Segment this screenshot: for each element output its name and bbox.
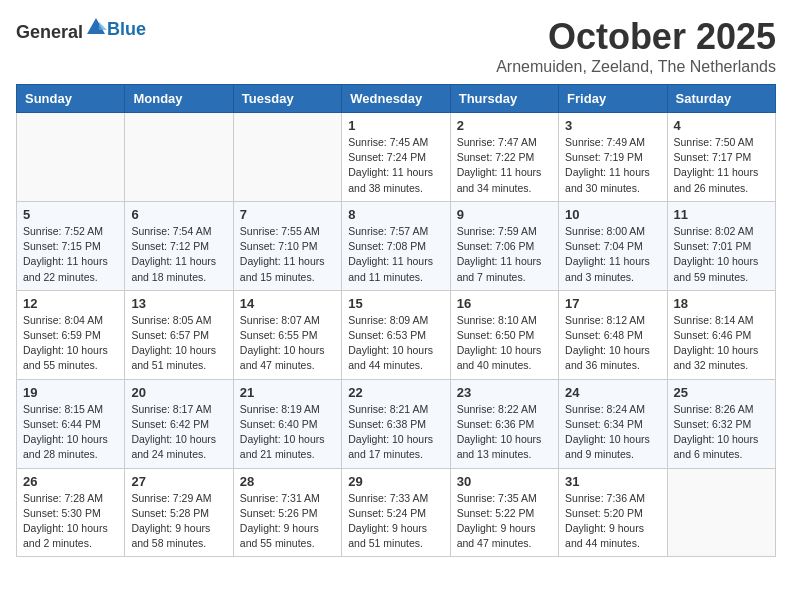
- day-info: Sunrise: 8:14 AM Sunset: 6:46 PM Dayligh…: [674, 313, 769, 374]
- day-number: 12: [23, 296, 118, 311]
- calendar-cell: 21Sunrise: 8:19 AM Sunset: 6:40 PM Dayli…: [233, 379, 341, 468]
- calendar-cell: 22Sunrise: 8:21 AM Sunset: 6:38 PM Dayli…: [342, 379, 450, 468]
- calendar-cell: 15Sunrise: 8:09 AM Sunset: 6:53 PM Dayli…: [342, 290, 450, 379]
- day-number: 14: [240, 296, 335, 311]
- calendar-cell: 23Sunrise: 8:22 AM Sunset: 6:36 PM Dayli…: [450, 379, 558, 468]
- day-info: Sunrise: 8:26 AM Sunset: 6:32 PM Dayligh…: [674, 402, 769, 463]
- calendar-cell: 25Sunrise: 8:26 AM Sunset: 6:32 PM Dayli…: [667, 379, 775, 468]
- day-info: Sunrise: 7:35 AM Sunset: 5:22 PM Dayligh…: [457, 491, 552, 552]
- day-number: 17: [565, 296, 660, 311]
- calendar-cell: [17, 113, 125, 202]
- day-number: 9: [457, 207, 552, 222]
- day-info: Sunrise: 7:55 AM Sunset: 7:10 PM Dayligh…: [240, 224, 335, 285]
- day-number: 15: [348, 296, 443, 311]
- day-number: 26: [23, 474, 118, 489]
- day-number: 28: [240, 474, 335, 489]
- calendar-cell: 12Sunrise: 8:04 AM Sunset: 6:59 PM Dayli…: [17, 290, 125, 379]
- calendar-week-row: 26Sunrise: 7:28 AM Sunset: 5:30 PM Dayli…: [17, 468, 776, 557]
- weekday-header: Friday: [559, 85, 667, 113]
- day-number: 8: [348, 207, 443, 222]
- day-number: 22: [348, 385, 443, 400]
- day-number: 3: [565, 118, 660, 133]
- calendar-cell: 8Sunrise: 7:57 AM Sunset: 7:08 PM Daylig…: [342, 201, 450, 290]
- calendar-cell: 24Sunrise: 8:24 AM Sunset: 6:34 PM Dayli…: [559, 379, 667, 468]
- day-info: Sunrise: 8:19 AM Sunset: 6:40 PM Dayligh…: [240, 402, 335, 463]
- weekday-header: Sunday: [17, 85, 125, 113]
- location-title: Arnemuiden, Zeeland, The Netherlands: [496, 58, 776, 76]
- day-info: Sunrise: 8:09 AM Sunset: 6:53 PM Dayligh…: [348, 313, 443, 374]
- calendar-week-row: 19Sunrise: 8:15 AM Sunset: 6:44 PM Dayli…: [17, 379, 776, 468]
- calendar-cell: 26Sunrise: 7:28 AM Sunset: 5:30 PM Dayli…: [17, 468, 125, 557]
- day-number: 10: [565, 207, 660, 222]
- calendar-cell: 2Sunrise: 7:47 AM Sunset: 7:22 PM Daylig…: [450, 113, 558, 202]
- day-info: Sunrise: 7:31 AM Sunset: 5:26 PM Dayligh…: [240, 491, 335, 552]
- calendar-cell: 19Sunrise: 8:15 AM Sunset: 6:44 PM Dayli…: [17, 379, 125, 468]
- day-info: Sunrise: 7:36 AM Sunset: 5:20 PM Dayligh…: [565, 491, 660, 552]
- weekday-header: Tuesday: [233, 85, 341, 113]
- day-info: Sunrise: 8:05 AM Sunset: 6:57 PM Dayligh…: [131, 313, 226, 374]
- day-number: 4: [674, 118, 769, 133]
- day-info: Sunrise: 8:21 AM Sunset: 6:38 PM Dayligh…: [348, 402, 443, 463]
- day-number: 11: [674, 207, 769, 222]
- day-number: 7: [240, 207, 335, 222]
- day-info: Sunrise: 7:33 AM Sunset: 5:24 PM Dayligh…: [348, 491, 443, 552]
- day-number: 27: [131, 474, 226, 489]
- day-number: 31: [565, 474, 660, 489]
- calendar-cell: 17Sunrise: 8:12 AM Sunset: 6:48 PM Dayli…: [559, 290, 667, 379]
- day-number: 13: [131, 296, 226, 311]
- month-title: October 2025: [496, 16, 776, 58]
- weekday-header: Thursday: [450, 85, 558, 113]
- day-number: 6: [131, 207, 226, 222]
- day-info: Sunrise: 8:12 AM Sunset: 6:48 PM Dayligh…: [565, 313, 660, 374]
- calendar-week-row: 5Sunrise: 7:52 AM Sunset: 7:15 PM Daylig…: [17, 201, 776, 290]
- calendar-cell: 14Sunrise: 8:07 AM Sunset: 6:55 PM Dayli…: [233, 290, 341, 379]
- day-number: 16: [457, 296, 552, 311]
- day-number: 20: [131, 385, 226, 400]
- day-info: Sunrise: 7:52 AM Sunset: 7:15 PM Dayligh…: [23, 224, 118, 285]
- day-info: Sunrise: 7:59 AM Sunset: 7:06 PM Dayligh…: [457, 224, 552, 285]
- day-info: Sunrise: 7:45 AM Sunset: 7:24 PM Dayligh…: [348, 135, 443, 196]
- calendar-cell: 1Sunrise: 7:45 AM Sunset: 7:24 PM Daylig…: [342, 113, 450, 202]
- day-info: Sunrise: 8:17 AM Sunset: 6:42 PM Dayligh…: [131, 402, 226, 463]
- calendar-cell: 3Sunrise: 7:49 AM Sunset: 7:19 PM Daylig…: [559, 113, 667, 202]
- calendar-cell: 6Sunrise: 7:54 AM Sunset: 7:12 PM Daylig…: [125, 201, 233, 290]
- day-info: Sunrise: 8:24 AM Sunset: 6:34 PM Dayligh…: [565, 402, 660, 463]
- calendar-cell: 20Sunrise: 8:17 AM Sunset: 6:42 PM Dayli…: [125, 379, 233, 468]
- day-info: Sunrise: 8:15 AM Sunset: 6:44 PM Dayligh…: [23, 402, 118, 463]
- day-info: Sunrise: 7:57 AM Sunset: 7:08 PM Dayligh…: [348, 224, 443, 285]
- calendar-cell: 9Sunrise: 7:59 AM Sunset: 7:06 PM Daylig…: [450, 201, 558, 290]
- title-area: October 2025 Arnemuiden, Zeeland, The Ne…: [496, 16, 776, 76]
- day-number: 23: [457, 385, 552, 400]
- calendar-cell: [667, 468, 775, 557]
- calendar-cell: 29Sunrise: 7:33 AM Sunset: 5:24 PM Dayli…: [342, 468, 450, 557]
- day-info: Sunrise: 8:07 AM Sunset: 6:55 PM Dayligh…: [240, 313, 335, 374]
- logo-blue: Blue: [107, 19, 146, 39]
- day-info: Sunrise: 7:49 AM Sunset: 7:19 PM Dayligh…: [565, 135, 660, 196]
- logo-general: General: [16, 22, 83, 42]
- calendar-cell: 11Sunrise: 8:02 AM Sunset: 7:01 PM Dayli…: [667, 201, 775, 290]
- calendar-cell: 13Sunrise: 8:05 AM Sunset: 6:57 PM Dayli…: [125, 290, 233, 379]
- calendar-cell: 31Sunrise: 7:36 AM Sunset: 5:20 PM Dayli…: [559, 468, 667, 557]
- day-number: 29: [348, 474, 443, 489]
- day-number: 18: [674, 296, 769, 311]
- page-header: General Blue October 2025 Arnemuiden, Ze…: [16, 16, 776, 76]
- day-info: Sunrise: 7:54 AM Sunset: 7:12 PM Dayligh…: [131, 224, 226, 285]
- day-info: Sunrise: 7:28 AM Sunset: 5:30 PM Dayligh…: [23, 491, 118, 552]
- calendar-cell: [233, 113, 341, 202]
- day-number: 21: [240, 385, 335, 400]
- calendar-table: SundayMondayTuesdayWednesdayThursdayFrid…: [16, 84, 776, 557]
- day-number: 5: [23, 207, 118, 222]
- calendar-cell: 18Sunrise: 8:14 AM Sunset: 6:46 PM Dayli…: [667, 290, 775, 379]
- day-info: Sunrise: 7:47 AM Sunset: 7:22 PM Dayligh…: [457, 135, 552, 196]
- calendar-week-row: 1Sunrise: 7:45 AM Sunset: 7:24 PM Daylig…: [17, 113, 776, 202]
- day-info: Sunrise: 8:02 AM Sunset: 7:01 PM Dayligh…: [674, 224, 769, 285]
- day-info: Sunrise: 8:04 AM Sunset: 6:59 PM Dayligh…: [23, 313, 118, 374]
- calendar-week-row: 12Sunrise: 8:04 AM Sunset: 6:59 PM Dayli…: [17, 290, 776, 379]
- day-number: 2: [457, 118, 552, 133]
- calendar-cell: 7Sunrise: 7:55 AM Sunset: 7:10 PM Daylig…: [233, 201, 341, 290]
- calendar-cell: 27Sunrise: 7:29 AM Sunset: 5:28 PM Dayli…: [125, 468, 233, 557]
- weekday-header: Saturday: [667, 85, 775, 113]
- day-info: Sunrise: 8:22 AM Sunset: 6:36 PM Dayligh…: [457, 402, 552, 463]
- calendar-cell: 16Sunrise: 8:10 AM Sunset: 6:50 PM Dayli…: [450, 290, 558, 379]
- logo-icon: [85, 16, 107, 38]
